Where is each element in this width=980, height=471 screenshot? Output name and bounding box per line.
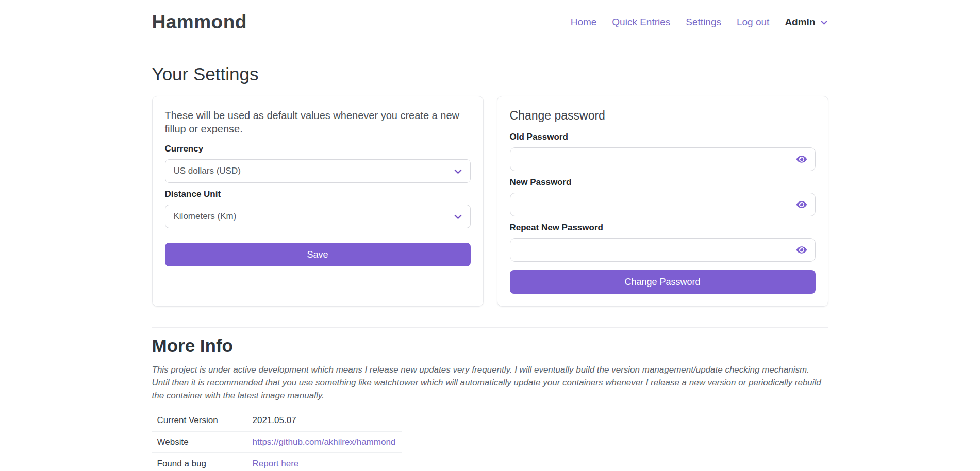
distance-unit-selected-value: Kilometers (Km) (174, 211, 237, 222)
chevron-down-icon (453, 212, 463, 222)
toggle-old-password-visibility-button[interactable] (796, 155, 807, 164)
info-table: Current Version 2021.05.07 Website https… (152, 410, 402, 471)
row-label: Website (157, 436, 253, 448)
repeat-new-password-input[interactable] (510, 238, 816, 262)
section-divider (152, 327, 828, 328)
more-info-title: More Info (152, 335, 828, 356)
currency-select[interactable]: US dollars (USD) (165, 159, 471, 183)
nav-link-logout[interactable]: Log out (737, 16, 769, 28)
currency-label: Currency (165, 144, 471, 154)
repeat-new-password-label: Repeat New Password (510, 223, 816, 233)
website-link[interactable]: https://github.com/akhilrex/hammond (253, 436, 396, 448)
settings-page: Your Settings These will be used as defa… (152, 64, 828, 471)
eye-icon (796, 200, 807, 209)
defaults-card: These will be used as default values whe… (152, 96, 484, 307)
new-password-input[interactable] (510, 193, 816, 216)
nav-link-home[interactable]: Home (571, 16, 597, 28)
admin-label: Admin (785, 16, 815, 28)
table-row-website: Website https://github.com/akhilrex/hamm… (152, 432, 402, 453)
app-header: Hammond Home Quick Entries Settings Log … (152, 0, 828, 36)
chevron-down-icon (453, 166, 463, 176)
eye-icon (796, 245, 807, 255)
table-row-current-version: Current Version 2021.05.07 (152, 410, 402, 432)
nav-link-quick-entries[interactable]: Quick Entries (612, 16, 670, 28)
eye-icon (796, 155, 807, 164)
chevron-down-icon (820, 18, 828, 27)
currency-selected-value: US dollars (USD) (174, 166, 241, 176)
current-version-value: 2021.05.07 (253, 415, 296, 426)
table-row-found-a-bug: Found a bug Report here (152, 453, 402, 471)
change-password-title: Change password (510, 109, 816, 123)
toggle-new-password-visibility-button[interactable] (796, 200, 807, 209)
change-password-card: Change password Old Password New Passwor… (497, 96, 828, 307)
more-info-section: More Info This project is under active d… (152, 335, 828, 471)
change-password-button[interactable]: Change Password (510, 270, 816, 294)
row-label: Current Version (157, 415, 253, 426)
old-password-label: Old Password (510, 132, 816, 142)
save-button[interactable]: Save (165, 243, 471, 266)
distance-unit-select[interactable]: Kilometers (Km) (165, 205, 471, 228)
report-bug-link[interactable]: Report here (253, 458, 299, 469)
toggle-repeat-password-visibility-button[interactable] (796, 245, 807, 255)
new-password-label: New Password (510, 177, 816, 188)
admin-dropdown[interactable]: Admin (785, 16, 828, 28)
nav-link-settings[interactable]: Settings (686, 16, 721, 28)
brand-logo[interactable]: Hammond (152, 11, 247, 33)
page-title: Your Settings (152, 64, 828, 85)
defaults-description: These will be used as default values whe… (165, 109, 471, 136)
main-nav: Home Quick Entries Settings Log out Admi… (571, 16, 828, 28)
old-password-input[interactable] (510, 147, 816, 171)
development-note: This project is under active development… (152, 363, 828, 402)
distance-unit-label: Distance Unit (165, 189, 471, 199)
row-label: Found a bug (157, 458, 253, 469)
